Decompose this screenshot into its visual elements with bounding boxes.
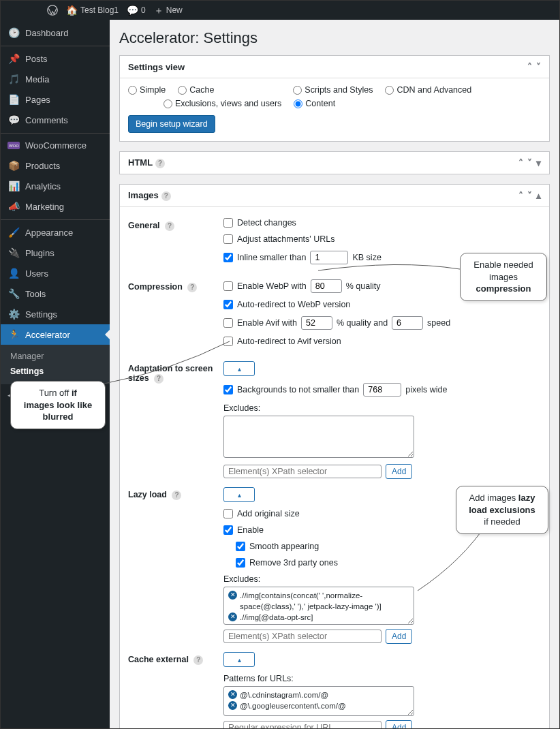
remove-icon[interactable]: ✕ [228, 690, 237, 699]
comments-link[interactable]: 💬 0 [127, 5, 146, 15]
plus-icon: ＋ [154, 5, 164, 15]
checkbox-avif-redirect[interactable] [223, 337, 233, 346]
checkbox-adjust-urls[interactable] [223, 234, 233, 244]
help-icon[interactable]: ? [165, 221, 174, 231]
cache-patterns-list[interactable]: ✕@\.cdninstagram\.com/@ ✕@\.googleuserco… [223, 686, 414, 716]
checkbox-inline-smaller[interactable] [223, 253, 233, 262]
input-avif-speed[interactable] [392, 316, 423, 330]
remove-icon[interactable]: ✕ [228, 612, 237, 621]
html-header[interactable]: HTML? ˄˅▾ [120, 152, 549, 174]
input-bg-width[interactable] [363, 383, 401, 397]
sidebar-item-woocommerce[interactable]: wooWooCommerce [1, 133, 110, 155]
chevron-down-icon[interactable]: ˅ [527, 190, 532, 201]
chevron-down-icon[interactable]: ˅ [527, 157, 532, 168]
help-icon[interactable]: ? [161, 191, 171, 201]
home-icon: 🏠 [66, 5, 78, 15]
wordpress-logo-icon[interactable] [47, 5, 58, 16]
caret-up-icon[interactable]: ▴ [536, 190, 541, 201]
collapse-toggle-button[interactable]: ▴ [223, 361, 255, 376]
radio-scripts[interactable]: Scripts and Styles [293, 85, 373, 95]
help-icon[interactable]: ? [193, 655, 203, 665]
site-title: Test Blog1 [80, 5, 119, 15]
sidebar-item-dashboard[interactable]: 🕑Dashboard [1, 22, 110, 43]
help-icon[interactable]: ? [187, 283, 197, 292]
remove-icon[interactable]: ✕ [228, 701, 237, 710]
chevron-up-icon[interactable]: ˄ [518, 190, 523, 201]
checkbox-add-original-size[interactable] [223, 509, 233, 518]
radio-cache[interactable]: Cache [178, 85, 214, 95]
checkbox-lazy-enable[interactable] [223, 525, 233, 535]
sidebar-item-products[interactable]: 📦Products [1, 155, 110, 176]
checkbox-bg-notsmaller[interactable] [223, 385, 233, 394]
box-icon: 📦 [7, 160, 20, 171]
caret-icon[interactable]: ▾ [536, 157, 541, 168]
radio-content[interactable]: Content [294, 99, 335, 108]
remove-icon[interactable]: ✕ [228, 591, 237, 600]
admin-bar: 🏠 Test Blog1 💬 0 ＋ New [42, 1, 559, 20]
comments-count: 0 [141, 5, 146, 15]
sidebar-item-pages[interactable]: 📄Pages [1, 89, 110, 110]
sidebar-item-analytics[interactable]: 📊Analytics [1, 176, 110, 196]
input-lazy-xpath[interactable] [223, 630, 382, 643]
panel-settings-view: Settings view ˄˅ Simple Cache Scripts an… [119, 55, 550, 142]
chevron-down-icon[interactable]: ˅ [536, 61, 541, 72]
sidebar-item-posts[interactable]: 📌Posts [1, 46, 110, 69]
settings-view-header[interactable]: Settings view ˄˅ [120, 56, 549, 78]
sidebar-item-settings[interactable]: ⚙️Settings [1, 304, 110, 324]
add-button[interactable]: Add [386, 464, 412, 479]
comment-icon: 💬 [7, 114, 20, 125]
callout-compression: Enable needed images compression [460, 253, 547, 301]
checkbox-remove-3rdparty[interactable] [236, 558, 245, 568]
submenu-settings[interactable]: Settings [1, 364, 110, 379]
input-cache-regex[interactable] [223, 721, 382, 728]
chevron-up-icon[interactable]: ˄ [527, 61, 532, 72]
admin-sidebar: 🕑Dashboard 📌Posts 🎵Media 📄Pages 💬Comment… [1, 20, 110, 728]
page-title: Accelerator: Settings [119, 29, 550, 47]
sidebar-item-users[interactable]: 👤Users [1, 263, 110, 283]
new-link[interactable]: ＋ New [154, 5, 183, 15]
input-avif-quality[interactable] [301, 316, 332, 330]
checkbox-webp-redirect[interactable] [223, 300, 233, 309]
woo-icon: woo [7, 142, 20, 149]
collapse-toggle-button[interactable]: ▴ [223, 487, 255, 502]
checkbox-enable-webp[interactable] [223, 281, 233, 291]
site-link[interactable]: 🏠 Test Blog1 [66, 5, 119, 15]
add-button[interactable]: Add [386, 720, 412, 728]
sidebar-item-accelerator[interactable]: 🏃Accelerator [1, 324, 110, 345]
input-inline-kb[interactable] [310, 251, 348, 264]
brush-icon: 🖌️ [7, 227, 20, 238]
submenu-manager[interactable]: Manager [1, 349, 110, 364]
radio-exclusions[interactable]: Exclusions, views and users [164, 99, 281, 108]
help-icon[interactable]: ? [154, 374, 164, 384]
sidebar-item-media[interactable]: 🎵Media [1, 69, 110, 89]
begin-setup-wizard-button[interactable]: Begin setup wizard [128, 115, 215, 133]
radio-simple[interactable]: Simple [128, 85, 166, 95]
panel-html: HTML? ˄˅▾ [119, 151, 550, 174]
chart-icon: 📊 [7, 181, 20, 191]
lazy-excludes-list[interactable]: ✕.//img[contains(concat(' ',normalize-sp… [223, 587, 414, 625]
images-header[interactable]: Images? ˄˅▴ [120, 185, 549, 206]
collapse-toggle-button[interactable]: ▴ [223, 652, 255, 667]
sidebar-item-comments[interactable]: 💬Comments [1, 110, 110, 130]
accelerator-submenu: Manager Settings [1, 345, 110, 384]
megaphone-icon: 📣 [7, 201, 20, 212]
checkbox-smooth-appearing[interactable] [236, 542, 245, 551]
radio-cdn[interactable]: CDN and Advanced [385, 85, 471, 95]
sidebar-item-tools[interactable]: 🔧Tools [1, 283, 110, 304]
input-adapt-xpath[interactable] [223, 465, 382, 478]
sidebar-item-plugins[interactable]: 🔌Plugins [1, 243, 110, 263]
sidebar-item-marketing[interactable]: 📣Marketing [1, 196, 110, 217]
sidebar-item-appearance[interactable]: 🖌️Appearance [1, 219, 110, 243]
excludes-label: Excludes: [223, 403, 541, 413]
add-button[interactable]: Add [386, 629, 412, 644]
new-label: New [166, 5, 183, 15]
textarea-adapt-excludes[interactable] [223, 416, 414, 458]
help-icon[interactable]: ? [155, 159, 165, 168]
tool-icon: 🔧 [7, 288, 20, 299]
help-icon[interactable]: ? [172, 491, 181, 500]
comment-icon: 💬 [127, 5, 138, 15]
input-webp-quality[interactable] [311, 279, 342, 293]
chevron-up-icon[interactable]: ˄ [518, 157, 523, 168]
checkbox-enable-avif[interactable] [223, 318, 233, 328]
checkbox-detect-changes[interactable] [223, 218, 233, 228]
